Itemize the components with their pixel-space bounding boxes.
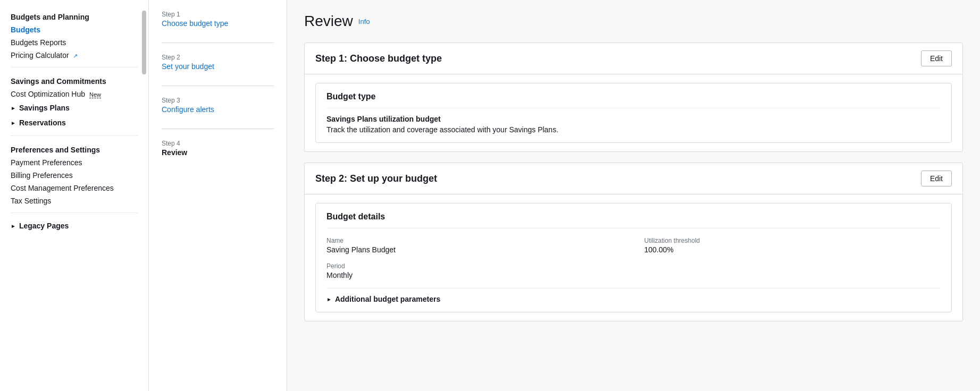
budget-type-card-title: Budget type (326, 92, 941, 101)
sidebar-item-cost-management-preferences[interactable]: Cost Management Preferences (0, 182, 148, 194)
step2-review-section: Step 2: Set up your budget Edit Budget d… (304, 163, 963, 321)
detail-name-value: Saving Plans Budget (326, 245, 623, 254)
new-badge: New (89, 91, 101, 98)
budget-type-desc: Track the utilization and coverage assoc… (326, 125, 941, 134)
sidebar-item-billing-preferences[interactable]: Billing Preferences (0, 169, 148, 182)
detail-period-value: Monthly (326, 271, 623, 279)
step1-edit-button[interactable]: Edit (921, 50, 952, 66)
sidebar-section-title-savings: Savings and Commitments (0, 73, 148, 88)
step-divider-2 (162, 86, 274, 86)
info-link[interactable]: Info (358, 18, 370, 26)
step2-edit-button[interactable]: Edit (921, 171, 952, 186)
sidebar-section-budgets-planning: Budgets and Planning Budgets Budgets Rep… (0, 8, 148, 62)
step1-review-section: Step 1: Choose budget type Edit Budget t… (304, 42, 963, 152)
detail-period-label: Period (326, 262, 623, 270)
sidebar-divider-1 (11, 67, 138, 67)
page-title: Review (304, 13, 353, 30)
sidebar-item-reservations[interactable]: ► Reservations (0, 115, 148, 130)
sidebar-item-budgets-reports[interactable]: Budgets Reports (0, 36, 148, 49)
sidebar-item-payment-preferences[interactable]: Payment Preferences (0, 156, 148, 169)
step-3-label: Step 3 (162, 97, 274, 104)
budget-details-card: Budget details Name Saving Plans Budget … (315, 203, 952, 312)
budget-type-card-divider (326, 108, 941, 108)
budget-details-grid: Name Saving Plans Budget Utilization thr… (326, 237, 941, 279)
page-header: Review Info (304, 13, 963, 30)
sidebar-section-title-budgets: Budgets and Planning (0, 8, 148, 23)
additional-params-label: Additional budget parameters (335, 295, 440, 303)
arrow-icon: ► (11, 105, 16, 111)
detail-period: Period Monthly (326, 262, 623, 279)
sidebar-section-preferences: Preferences and Settings Payment Prefere… (0, 141, 148, 207)
step2-section-header: Step 2: Set up your budget Edit (305, 163, 962, 194)
budget-type-card: Budget type Savings Plans utilization bu… (315, 83, 952, 143)
step-1: Step 1 Choose budget type (162, 11, 274, 28)
detail-utilization-value: 100.00% (644, 245, 941, 254)
sidebar-item-savings-plans[interactable]: ► Savings Plans (0, 100, 148, 115)
step-4: Step 4 Review (162, 140, 274, 157)
step-1-label: Step 1 (162, 11, 274, 18)
external-link-icon: ↗ (73, 53, 78, 59)
step1-section-header: Step 1: Choose budget type Edit (305, 43, 962, 74)
arrow-icon: ► (11, 120, 16, 126)
step-2-title[interactable]: Set your budget (162, 62, 214, 71)
main-content: Review Info Step 1: Choose budget type E… (287, 0, 980, 391)
step2-section-title: Step 2: Set up your budget (315, 173, 437, 184)
step-3-title[interactable]: Configure alerts (162, 105, 214, 114)
sidebar-item-budgets[interactable]: Budgets (0, 23, 148, 36)
step1-section-title: Step 1: Choose budget type (315, 53, 442, 64)
sidebar-item-legacy-pages[interactable]: ► Legacy Pages (0, 218, 148, 233)
additional-params-arrow-icon: ► (326, 296, 332, 302)
sidebar-item-pricing-calculator[interactable]: Pricing Calculator ↗ (0, 49, 148, 62)
step-divider-1 (162, 42, 274, 43)
budget-details-card-title: Budget details (326, 212, 941, 222)
stepper-panel: Step 1 Choose budget type Step 2 Set you… (149, 0, 287, 391)
sidebar-item-tax-settings[interactable]: Tax Settings (0, 194, 148, 207)
arrow-icon: ► (11, 223, 16, 229)
step-2: Step 2 Set your budget (162, 54, 274, 71)
sidebar-section-title-preferences: Preferences and Settings (0, 141, 148, 156)
step-3: Step 3 Configure alerts (162, 97, 274, 114)
detail-utilization-label: Utilization threshold (644, 237, 941, 244)
budget-type-name: Savings Plans utilization budget (326, 115, 941, 123)
detail-utilization: Utilization threshold 100.00% (644, 237, 941, 254)
sidebar-divider-2 (11, 135, 138, 136)
step-4-label: Step 4 (162, 140, 274, 147)
step-2-label: Step 2 (162, 54, 274, 61)
detail-name: Name Saving Plans Budget (326, 237, 623, 254)
sidebar-section-legacy: ► Legacy Pages (0, 218, 148, 233)
budget-details-divider (326, 228, 941, 228)
sidebar-item-cost-optimization[interactable]: Cost Optimization Hub New (0, 88, 148, 100)
sidebar-divider-3 (11, 212, 138, 213)
detail-name-label: Name (326, 237, 623, 244)
step-1-title[interactable]: Choose budget type (162, 19, 228, 28)
step-divider-3 (162, 129, 274, 129)
step-4-title: Review (162, 148, 187, 157)
additional-params[interactable]: ► Additional budget parameters (326, 288, 941, 303)
sidebar-section-savings: Savings and Commitments Cost Optimizatio… (0, 73, 148, 130)
sidebar: Budgets and Planning Budgets Budgets Rep… (0, 0, 149, 391)
